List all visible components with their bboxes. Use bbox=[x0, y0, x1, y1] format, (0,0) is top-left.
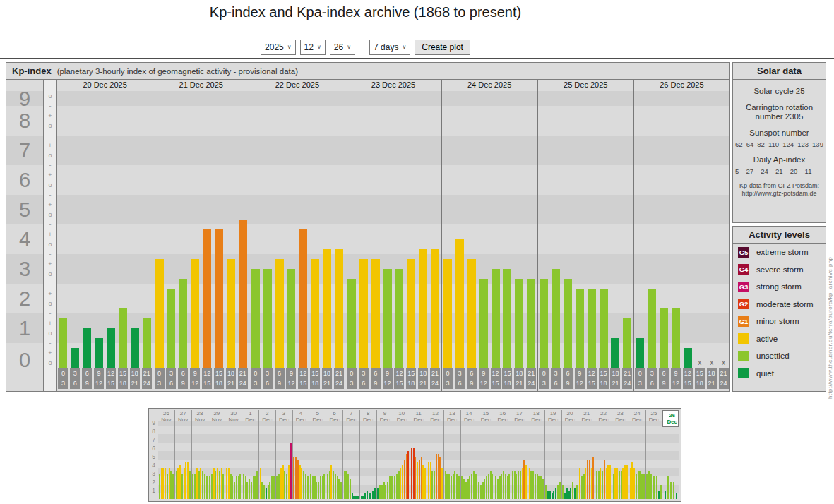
kp-chart-body: 0123456789 o+-o+-o+-o+-o+-o+-o+-o+-o+-o … bbox=[6, 80, 729, 391]
overview-bar bbox=[456, 474, 458, 499]
day-select[interactable]: 26 ∨ bbox=[330, 40, 355, 55]
kp-day-plot bbox=[57, 91, 153, 368]
hour-slot-label: 3 6 bbox=[263, 368, 273, 389]
overview-bar bbox=[518, 471, 519, 499]
overview-bar bbox=[555, 488, 556, 499]
activity-color-swatch bbox=[738, 333, 749, 344]
overview-bar bbox=[256, 471, 258, 499]
hour-slot-label: 0 3 bbox=[443, 368, 453, 389]
overview-bar bbox=[471, 474, 472, 499]
overview-day-header: 25 Dec bbox=[646, 410, 662, 423]
kp-hour-labels: 0 33 66 99 1212 1515 1818 2121 24 bbox=[442, 368, 537, 391]
overview-day-plot bbox=[309, 423, 326, 499]
overview-bar bbox=[329, 471, 330, 499]
solar-value: 64 bbox=[746, 140, 754, 148]
overview-bar bbox=[253, 476, 254, 499]
hour-slot-label: 3 6 bbox=[70, 368, 80, 389]
hour-slot-label: 21 24 bbox=[526, 368, 536, 389]
overview-bar bbox=[293, 457, 294, 499]
overview-bar bbox=[364, 493, 366, 499]
overview-bar bbox=[613, 474, 614, 499]
overview-bar bbox=[676, 493, 677, 499]
hour-slot-label: 6 9 bbox=[82, 368, 92, 389]
overview-bar bbox=[344, 471, 345, 499]
overview-bar bbox=[254, 476, 256, 499]
overview-bar bbox=[540, 476, 542, 499]
overview-bar bbox=[552, 493, 553, 499]
kp-bar bbox=[107, 328, 115, 368]
overview-day-header: 21 Dec bbox=[578, 410, 595, 423]
overview-day-header: 5 Dec bbox=[309, 410, 326, 423]
hour-slot-label: 12 15 bbox=[683, 368, 693, 389]
solar-value: 27 bbox=[746, 167, 753, 175]
overview-bar bbox=[330, 465, 332, 499]
kp-day-column: 23 Dec 20250 33 66 99 1212 1515 1818 212… bbox=[345, 80, 441, 391]
overview-bar bbox=[333, 471, 334, 499]
solar-value: 110 bbox=[768, 140, 779, 148]
overview-day-plot bbox=[293, 423, 309, 499]
overview-bar bbox=[172, 474, 174, 499]
overview-bar bbox=[583, 474, 585, 499]
day-select-value: 26 bbox=[334, 42, 343, 52]
overview-day-plot bbox=[360, 423, 376, 499]
kp-bar bbox=[179, 279, 187, 368]
overview-bar bbox=[469, 476, 470, 499]
solar-value: -- bbox=[819, 167, 823, 175]
kp-axis-number: 4 bbox=[6, 229, 43, 250]
range-select[interactable]: 7 days ∨ bbox=[369, 40, 410, 55]
overview-day-plot bbox=[612, 423, 629, 499]
overview-day-column: 21 Dec bbox=[578, 410, 595, 499]
kp-axis-sublabel: + bbox=[44, 171, 56, 179]
kp-axis-number: 7 bbox=[6, 140, 43, 161]
overview-bar bbox=[213, 468, 215, 499]
overview-bar bbox=[621, 471, 622, 499]
overview-day-column: 3 Dec bbox=[275, 410, 292, 499]
overview-bar bbox=[505, 474, 506, 499]
overview-bar bbox=[532, 471, 534, 499]
overview-day-plot bbox=[410, 423, 427, 499]
overview-bar bbox=[217, 468, 218, 499]
overview-axis-number: 4 bbox=[149, 462, 158, 469]
kp-bar bbox=[335, 249, 343, 368]
activity-level-row: G2moderate storm bbox=[733, 296, 826, 313]
overview-bar bbox=[516, 474, 517, 499]
overview-day-plot bbox=[393, 423, 410, 499]
overview-bar bbox=[576, 485, 578, 499]
kp-axis-sublabel: - bbox=[44, 102, 56, 110]
overview-bar bbox=[202, 471, 203, 499]
kp-axis-sublabel: o bbox=[44, 151, 56, 160]
overview-bar bbox=[497, 479, 499, 499]
overview-bar bbox=[347, 474, 349, 499]
hour-slot-label: 9 12 bbox=[479, 368, 489, 389]
activity-levels-title: Activity levels bbox=[733, 227, 826, 244]
hour-slot-label: 12 15 bbox=[298, 368, 308, 389]
kp-axis-sublabel: o bbox=[44, 181, 56, 189]
overview-bar bbox=[658, 491, 660, 499]
month-select[interactable]: 12 ∨ bbox=[300, 40, 326, 55]
overview-day-header: 26 Nov bbox=[158, 410, 174, 423]
kp-day-header: 26 Dec 2025 bbox=[634, 80, 729, 91]
overview-bar bbox=[417, 462, 418, 499]
overview-bar bbox=[622, 468, 624, 499]
overview-day-header: 26 Dec bbox=[662, 410, 679, 427]
storm-level-badge: G4 bbox=[738, 264, 749, 275]
activity-level-label: unsettled bbox=[756, 352, 790, 360]
kp-day-plot bbox=[442, 91, 537, 368]
activity-color-swatch bbox=[738, 368, 749, 378]
create-plot-button[interactable]: Create plot bbox=[415, 40, 470, 55]
overview-bar bbox=[268, 485, 269, 499]
hour-slot-label: 0 3 bbox=[635, 368, 645, 389]
chevron-down-icon: ∨ bbox=[347, 44, 351, 50]
overview-bar bbox=[192, 474, 193, 499]
kp-bar bbox=[600, 289, 608, 368]
year-select[interactable]: 2025 ∨ bbox=[261, 40, 296, 55]
activity-level-row: G4severe storm bbox=[733, 261, 826, 279]
overview-bar bbox=[295, 457, 297, 499]
overview-bar bbox=[441, 468, 443, 499]
range-select-value: 7 days bbox=[374, 42, 398, 52]
overview-bar bbox=[288, 465, 290, 499]
overview-bar bbox=[161, 468, 162, 499]
overview-bar bbox=[654, 476, 655, 499]
overview-bar bbox=[307, 476, 309, 499]
overview-bar bbox=[484, 479, 485, 499]
